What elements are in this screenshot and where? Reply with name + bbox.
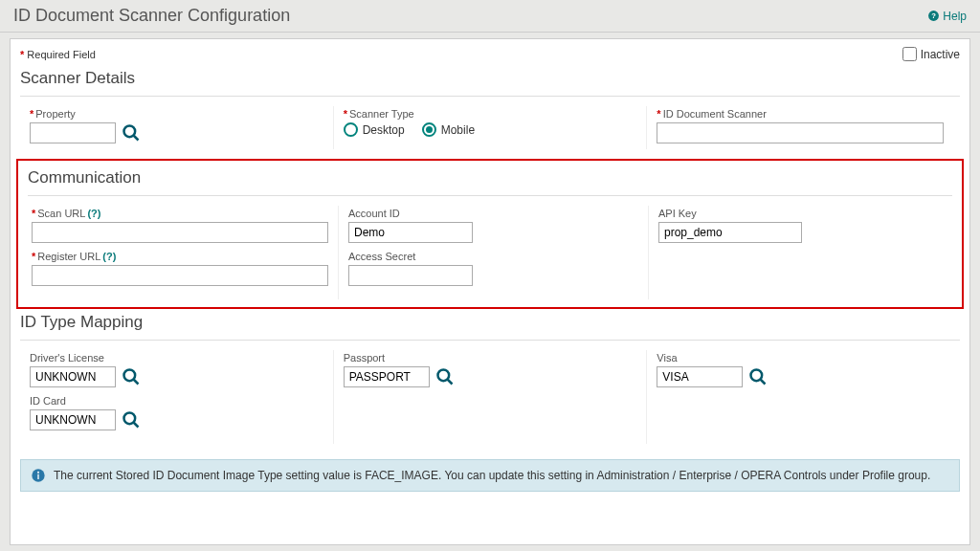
- search-icon: [122, 367, 141, 386]
- svg-text:?: ?: [931, 11, 936, 20]
- scan-url-help-icon[interactable]: (?): [87, 208, 100, 219]
- property-label: *Property: [30, 108, 323, 120]
- mapping-col-3: Visa: [647, 350, 960, 444]
- id-type-mapping-section: Driver's License ID Card Passport: [11, 350, 969, 453]
- api-key-label: API Key: [658, 208, 948, 219]
- divider: [20, 340, 960, 341]
- scan-url-label: *Scan URL(?): [32, 208, 328, 219]
- mobile-label: Mobile: [441, 123, 475, 137]
- property-search-button[interactable]: [122, 123, 141, 143]
- svg-line-3: [134, 136, 139, 141]
- help-link[interactable]: ? Help: [927, 10, 967, 23]
- register-url-label: *Register URL(?): [32, 251, 328, 262]
- scanner-type-mobile-radio[interactable]: Mobile: [422, 122, 475, 137]
- drivers-license-input[interactable]: [30, 366, 116, 387]
- passport-input[interactable]: [344, 366, 430, 387]
- scanner-details-section: *Property *Scanner Type Desktop Mobile: [11, 106, 969, 159]
- id-card-label: ID Card: [30, 395, 323, 407]
- visa-label: Visa: [657, 352, 950, 364]
- inactive-label: Inactive: [921, 48, 960, 61]
- help-icon: ?: [927, 10, 940, 22]
- mapping-col-2: Passport: [334, 350, 648, 444]
- help-label: Help: [943, 10, 967, 23]
- svg-point-14: [37, 472, 39, 474]
- scanner-type-label: *Scanner Type: [344, 108, 637, 120]
- svg-point-6: [124, 413, 136, 425]
- scan-url-input[interactable]: [32, 222, 328, 243]
- page-title: ID Document Scanner Configuration: [13, 6, 290, 26]
- form-panel: * Required Field Inactive Scanner Detail…: [10, 38, 970, 545]
- passport-search-button[interactable]: [435, 367, 455, 386]
- account-id-label: Account ID: [348, 208, 638, 219]
- divider: [20, 96, 960, 97]
- divider: [28, 195, 952, 196]
- scanner-type-desktop-radio[interactable]: Desktop: [344, 122, 405, 137]
- comm-col-1: *Scan URL(?) *Register URL(?): [22, 206, 339, 299]
- scanner-details-title: Scanner Details: [11, 65, 969, 94]
- id-scanner-col: *ID Document Scanner: [647, 106, 960, 149]
- drivers-license-label: Driver's License: [30, 352, 323, 364]
- api-key-input[interactable]: [658, 222, 802, 243]
- info-text: The current Stored ID Document Image Typ…: [54, 469, 930, 482]
- visa-search-button[interactable]: [748, 367, 768, 386]
- register-url-input[interactable]: [32, 265, 328, 286]
- search-icon: [122, 123, 141, 143]
- mapping-col-1: Driver's License ID Card: [20, 350, 334, 444]
- account-id-input[interactable]: [348, 222, 473, 243]
- svg-line-11: [761, 380, 766, 385]
- info-icon: [31, 468, 46, 483]
- register-url-help-icon[interactable]: (?): [102, 251, 116, 262]
- id-type-mapping-title: ID Type Mapping: [11, 309, 969, 338]
- svg-line-9: [447, 380, 452, 385]
- comm-col-3: API Key: [649, 206, 958, 299]
- access-secret-input[interactable]: [348, 265, 473, 286]
- passport-label: Passport: [344, 352, 637, 364]
- svg-rect-13: [37, 474, 38, 479]
- communication-section: Communication *Scan URL(?) *Register URL…: [16, 159, 964, 309]
- svg-point-2: [124, 126, 136, 138]
- desktop-label: Desktop: [363, 123, 405, 137]
- inactive-checkbox-wrap[interactable]: Inactive: [902, 47, 960, 61]
- drivers-license-search-button[interactable]: [122, 367, 141, 386]
- communication-title: Communication: [22, 165, 958, 193]
- info-banner: The current Stored ID Document Image Typ…: [20, 459, 960, 492]
- search-icon: [435, 367, 455, 386]
- svg-line-5: [134, 380, 139, 385]
- page-header: ID Document Scanner Configuration ? Help: [0, 0, 980, 33]
- property-col: *Property: [20, 106, 334, 149]
- id-scanner-input[interactable]: [657, 122, 944, 143]
- access-secret-label: Access Secret: [348, 251, 638, 262]
- search-icon: [122, 410, 141, 430]
- property-input[interactable]: [30, 122, 116, 143]
- inactive-checkbox[interactable]: [902, 47, 917, 61]
- svg-point-4: [124, 370, 136, 382]
- svg-line-7: [134, 423, 139, 428]
- search-icon: [748, 367, 768, 386]
- svg-point-10: [751, 370, 763, 382]
- id-scanner-label: *ID Document Scanner: [657, 108, 950, 120]
- legend-row: * Required Field Inactive: [11, 39, 969, 65]
- scanner-type-col: *Scanner Type Desktop Mobile: [334, 106, 648, 149]
- visa-input[interactable]: [657, 366, 743, 387]
- id-card-search-button[interactable]: [122, 410, 141, 430]
- id-card-input[interactable]: [30, 409, 116, 430]
- svg-point-8: [437, 370, 449, 382]
- comm-col-2: Account ID Access Secret: [339, 206, 649, 299]
- required-field-legend: * Required Field: [20, 49, 96, 60]
